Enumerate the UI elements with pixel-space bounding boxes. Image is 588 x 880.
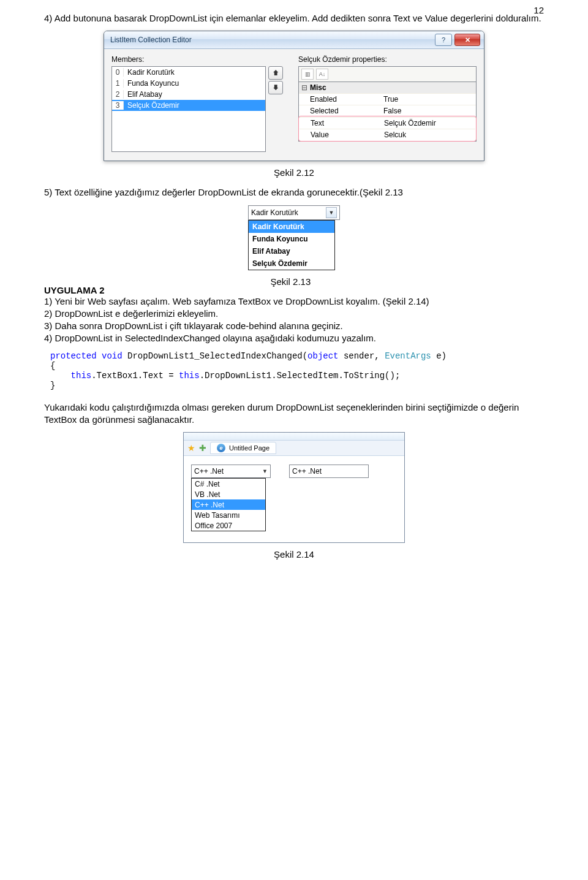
- paragraph-4: 4) Add butonuna basarak DropDownList içi…: [44, 12, 544, 25]
- option-item[interactable]: C# .Net: [192, 479, 265, 489]
- categorized-icon[interactable]: ▥: [301, 69, 314, 80]
- figure-caption-2-12: Şekil 2.12: [44, 167, 544, 178]
- dropdown-runtime: Kadir Korutürk ▼ Kadir Korutürk Funda Ko…: [248, 205, 340, 270]
- add-favorite-icon[interactable]: ✚: [199, 443, 206, 453]
- members-label: Members:: [111, 55, 290, 64]
- favorites-icon[interactable]: ★: [187, 443, 195, 453]
- pg-key: Selected: [299, 107, 383, 115]
- step-2: 2) DropDownList e değerlerimizi ekleyeli…: [44, 308, 544, 320]
- pg-key: Enabled: [299, 95, 383, 104]
- list-item: 1Funda Koyuncu: [112, 78, 265, 89]
- tab-title: Untitled Page: [229, 444, 270, 452]
- pg-category: Misc: [299, 82, 476, 93]
- pg-val[interactable]: False: [383, 107, 476, 115]
- move-down-button[interactable]: 🡇: [268, 81, 283, 94]
- property-grid[interactable]: Misc EnabledTrue SelectedFalse TextSelçu…: [298, 82, 477, 142]
- option-item[interactable]: VB .Net: [192, 489, 265, 499]
- propgrid-toolbar: ▥ A↓: [298, 66, 477, 82]
- dropdown-field[interactable]: C++ .Net ▼: [191, 465, 271, 478]
- members-listbox[interactable]: 0Kadir Korutürk 1Funda Koyuncu 2Elif Ata…: [111, 66, 266, 152]
- browser-window: ★ ✚ e Untitled Page C++ .Net ▼ C# .Net: [183, 432, 405, 543]
- option-item[interactable]: Office 2007: [192, 520, 265, 531]
- textbox-field[interactable]: C++ .Net: [289, 465, 369, 478]
- pg-key: Value: [300, 131, 384, 139]
- paragraph-5: 5) Text özelliğine yazdığımız değerler D…: [44, 186, 544, 199]
- pg-val[interactable]: Selçuk Özdemir: [384, 119, 475, 127]
- dropdown-option[interactable]: Kadir Korutürk: [249, 221, 334, 233]
- dropdown-combobox[interactable]: Kadir Korutürk ▼: [248, 205, 340, 220]
- step-1: 1) Yeni bir Web sayfası açalım. Web sayf…: [44, 295, 544, 308]
- dialog-title: ListItem Collection Editor: [110, 36, 432, 44]
- sort-icon[interactable]: A↓: [316, 69, 328, 80]
- ie-icon: e: [217, 444, 225, 452]
- listitem-editor-dialog: ListItem Collection Editor ? ✕ Members: …: [104, 31, 484, 161]
- heading-uygulama-2: UYGULAMA 2: [44, 285, 105, 295]
- dropdown-list[interactable]: Kadir Korutürk Funda Koyuncu Elif Atabay…: [248, 220, 335, 270]
- chevron-down-icon: ▼: [262, 468, 268, 474]
- pg-val[interactable]: Selcuk: [384, 131, 475, 139]
- dropdown-option[interactable]: Elif Atabay: [249, 245, 334, 257]
- list-item: 2Elif Atabay: [112, 89, 265, 100]
- close-button[interactable]: ✕: [454, 34, 480, 46]
- paragraph-bottom: Yukarıdaki kodu çalıştırdığımızda olması…: [44, 401, 544, 427]
- dropdown-option[interactable]: Selçuk Özdemir: [249, 257, 334, 270]
- options-list[interactable]: C# .Net VB .Net C++ .Net Web Tasarımı Of…: [191, 478, 266, 531]
- page-number: 12: [533, 5, 544, 15]
- step-3: 3) Daha sonra DropDownList i çift tıklay…: [44, 320, 544, 332]
- list-item: 0Kadir Korutürk: [112, 67, 265, 78]
- figure-caption-2-14: Şekil 2.14: [44, 549, 544, 559]
- code-block: protected void DropDownList1_SelectedInd…: [50, 351, 544, 390]
- step-4: 4) DropDownList in SelectedIndexChanged …: [44, 332, 544, 344]
- option-item[interactable]: Web Tasarımı: [192, 510, 265, 520]
- dropdown-value: C++ .Net: [194, 467, 224, 476]
- dropdown-selected: Kadir Korutürk: [251, 208, 298, 217]
- help-button[interactable]: ?: [435, 34, 452, 46]
- move-up-button[interactable]: 🡅: [268, 66, 283, 80]
- chevron-down-icon: ▼: [326, 207, 337, 218]
- list-item: 3Selçuk Özdemir: [112, 100, 265, 111]
- properties-label: Selçuk Özdemir properties:: [298, 55, 477, 64]
- figure-caption-2-13: Şekil 2.13: [105, 276, 477, 287]
- pg-key: Text: [300, 119, 384, 127]
- textbox-value: C++ .Net: [292, 467, 322, 476]
- dropdown-option[interactable]: Funda Koyuncu: [249, 233, 334, 245]
- browser-tab[interactable]: e Untitled Page: [210, 442, 276, 454]
- pg-val[interactable]: True: [383, 95, 476, 104]
- option-item[interactable]: C++ .Net: [192, 499, 265, 510]
